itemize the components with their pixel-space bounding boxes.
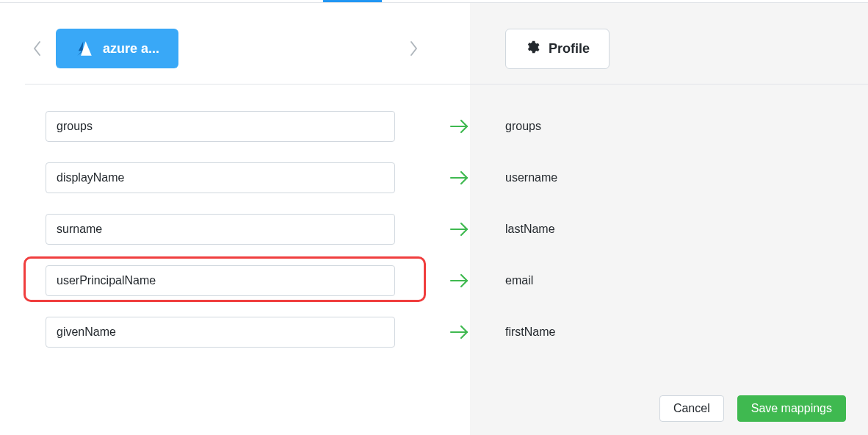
divider [470,84,868,85]
footer-actions: Cancel Save mappings [659,395,846,422]
target-attribute-label: groups [505,120,541,133]
source-provider-button[interactable]: azure a... [56,29,178,68]
active-tab-indicator [323,0,382,2]
target-attribute-label: email [505,274,533,287]
arrow-right-icon [395,118,470,134]
azure-logo-icon [75,39,94,58]
target-section-header: Profile [505,29,610,69]
source-attribute-input[interactable] [46,317,395,348]
mapping-row [25,152,470,204]
arrow-right-icon [395,273,470,289]
mapping-row [25,204,470,255]
target-row: groups [505,101,846,152]
source-attribute-input[interactable] [46,111,395,142]
source-mapping-list [25,98,470,358]
source-attribute-input[interactable] [46,265,395,296]
target-row: email [505,255,846,306]
cancel-button[interactable]: Cancel [659,395,724,422]
arrow-right-icon [395,324,470,340]
arrow-right-icon [395,221,470,237]
target-attribute-label: username [505,171,557,184]
source-attribute-input[interactable] [46,162,395,193]
mapping-row [25,101,470,152]
target-attribute-list: groups username lastName email firstName [505,98,846,358]
gear-icon [525,40,540,58]
save-mappings-button[interactable]: Save mappings [737,395,846,422]
chevron-right-icon[interactable] [401,36,426,61]
source-provider-label: azure a... [103,41,159,57]
source-attribute-input[interactable] [46,214,395,245]
target-row: username [505,152,846,204]
source-column: azure a... [0,3,470,435]
target-row: lastName [505,204,846,255]
target-attribute-label: firstName [505,326,555,339]
arrow-right-icon [395,170,470,186]
divider [25,84,470,85]
target-column: Profile groups username lastName email [470,3,868,435]
mapping-row-highlighted [25,255,470,306]
target-section-label: Profile [549,41,590,57]
target-row: firstName [505,306,846,358]
mapping-row [25,306,470,358]
chevron-left-icon[interactable] [25,36,50,61]
target-attribute-label: lastName [505,223,555,236]
